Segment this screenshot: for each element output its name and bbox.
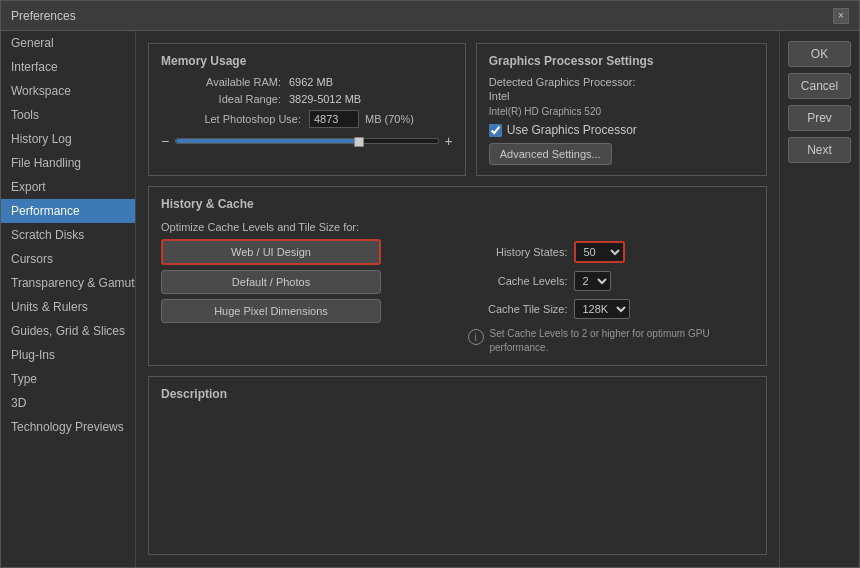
available-ram-label: Available RAM:	[161, 76, 281, 88]
ideal-range-value: 3829-5012 MB	[289, 93, 361, 105]
cache-levels-select[interactable]: 2 4 6	[574, 271, 611, 291]
memory-usage-title: Memory Usage	[161, 54, 453, 68]
cache-tile-label: Cache Tile Size:	[468, 303, 568, 315]
sidebar-item-interface[interactable]: Interface	[1, 55, 135, 79]
sidebar-item-units-rulers[interactable]: Units & Rulers	[1, 295, 135, 319]
sidebar-item-general[interactable]: General	[1, 31, 135, 55]
gpu-model: Intel(R) HD Graphics 520	[489, 106, 754, 117]
available-ram-row: Available RAM: 6962 MB	[161, 76, 453, 88]
history-states-label: History States:	[468, 246, 568, 258]
dialog-title: Preferences	[11, 9, 76, 23]
sidebar: GeneralInterfaceWorkspaceToolsHistory Lo…	[1, 31, 136, 567]
prev-button[interactable]: Prev	[788, 105, 851, 131]
next-button[interactable]: Next	[788, 137, 851, 163]
cache-info-text: Set Cache Levels to 2 or higher for opti…	[490, 327, 755, 355]
memory-slider-thumb[interactable]	[354, 137, 364, 147]
sidebar-item-performance[interactable]: Performance	[1, 199, 135, 223]
description-box: Description	[148, 376, 767, 555]
main-content: Memory Usage Available RAM: 6962 MB Idea…	[136, 31, 779, 567]
ideal-range-row: Ideal Range: 3829-5012 MB	[161, 93, 453, 105]
memory-usage-panel: Memory Usage Available RAM: 6962 MB Idea…	[148, 43, 466, 176]
let-photoshop-row: Let Photoshop Use: MB (70%)	[161, 110, 453, 128]
sidebar-item-scratch-disks[interactable]: Scratch Disks	[1, 223, 135, 247]
use-gpu-label: Use Graphics Processor	[507, 123, 637, 137]
top-panel-row: Memory Usage Available RAM: 6962 MB Idea…	[148, 43, 767, 176]
gpu-panel-title: Graphics Processor Settings	[489, 54, 754, 68]
slider-plus-icon[interactable]: +	[445, 133, 453, 149]
right-buttons-panel: OK Cancel Prev Next	[779, 31, 859, 567]
advanced-settings-button[interactable]: Advanced Settings...	[489, 143, 612, 165]
cache-tile-row: Cache Tile Size: 128K 256K 512K	[468, 299, 755, 319]
cache-info-row: i Set Cache Levels to 2 or higher for op…	[468, 327, 755, 355]
sidebar-item-transparency-gamut[interactable]: Transparency & Gamut	[1, 271, 135, 295]
cache-settings-area: History States: 50 20 100 Cache Levels: …	[468, 221, 755, 355]
use-gpu-checkbox[interactable]	[489, 124, 502, 137]
sidebar-item-history-log[interactable]: History Log	[1, 127, 135, 151]
dialog-body: GeneralInterfaceWorkspaceToolsHistory Lo…	[1, 31, 859, 567]
let-photoshop-label: Let Photoshop Use:	[161, 113, 301, 125]
title-bar: Preferences ×	[1, 1, 859, 31]
default-photos-button[interactable]: Default / Photos	[161, 270, 381, 294]
sidebar-item-cursors[interactable]: Cursors	[1, 247, 135, 271]
memory-slider-row: − +	[161, 133, 453, 149]
gpu-vendor: Intel	[489, 90, 754, 102]
history-states-select[interactable]: 50 20 100	[574, 241, 625, 263]
cache-levels-label: Cache Levels:	[468, 275, 568, 287]
huge-pixel-button[interactable]: Huge Pixel Dimensions	[161, 299, 381, 323]
gpu-panel: Graphics Processor Settings Detected Gra…	[476, 43, 767, 176]
photoshop-memory-input[interactable]	[309, 110, 359, 128]
use-gpu-row: Use Graphics Processor	[489, 123, 754, 137]
sidebar-item-export[interactable]: Export	[1, 175, 135, 199]
sidebar-item-technology-previews[interactable]: Technology Previews	[1, 415, 135, 439]
optimize-label: Optimize Cache Levels and Tile Size for:	[161, 221, 448, 233]
description-title: Description	[161, 387, 754, 401]
ok-button[interactable]: OK	[788, 41, 851, 67]
slider-minus-icon[interactable]: −	[161, 133, 169, 149]
cancel-button[interactable]: Cancel	[788, 73, 851, 99]
available-ram-value: 6962 MB	[289, 76, 333, 88]
sidebar-item-guides-grid-slices[interactable]: Guides, Grid & Slices	[1, 319, 135, 343]
web-ui-design-button[interactable]: Web / UI Design	[161, 239, 381, 265]
sidebar-item-file-handling[interactable]: File Handling	[1, 151, 135, 175]
gpu-detected-label: Detected Graphics Processor:	[489, 76, 754, 88]
close-button[interactable]: ×	[833, 8, 849, 24]
history-cache-section: History & Cache Optimize Cache Levels an…	[148, 186, 767, 366]
sidebar-item-plug-ins[interactable]: Plug-Ins	[1, 343, 135, 367]
info-icon: i	[468, 329, 484, 345]
history-cache-layout: Optimize Cache Levels and Tile Size for:…	[161, 221, 754, 355]
ideal-range-label: Ideal Range:	[161, 93, 281, 105]
memory-slider-fill	[176, 139, 359, 143]
sidebar-item-3d[interactable]: 3D	[1, 391, 135, 415]
cache-tile-select[interactable]: 128K 256K 512K	[574, 299, 630, 319]
history-cache-title: History & Cache	[161, 197, 754, 211]
sidebar-item-type[interactable]: Type	[1, 367, 135, 391]
memory-unit: MB (70%)	[365, 113, 414, 125]
cache-levels-row: Cache Levels: 2 4 6	[468, 271, 755, 291]
memory-slider-track[interactable]	[175, 138, 438, 144]
cache-buttons-area: Optimize Cache Levels and Tile Size for:…	[161, 221, 448, 355]
sidebar-item-workspace[interactable]: Workspace	[1, 79, 135, 103]
history-states-row: History States: 50 20 100	[468, 241, 755, 263]
sidebar-item-tools[interactable]: Tools	[1, 103, 135, 127]
preferences-dialog: Preferences × GeneralInterfaceWorkspaceT…	[0, 0, 860, 568]
